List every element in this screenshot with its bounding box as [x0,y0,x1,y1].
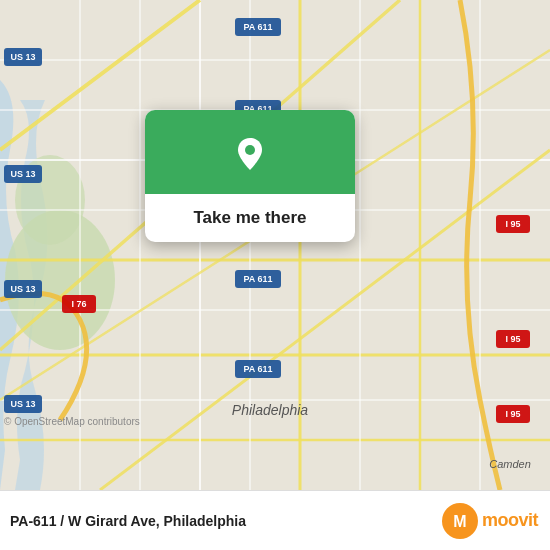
osm-credit: © OpenStreetMap contributors [4,416,140,427]
svg-text:US 13: US 13 [10,399,35,409]
svg-text:PA 611: PA 611 [243,22,272,32]
svg-text:Philadelphia: Philadelphia [232,402,308,418]
svg-text:I 95: I 95 [505,409,520,419]
bottom-bar: PA-611 / W Girard Ave, Philadelphia M mo… [0,490,550,550]
popup-top [145,110,355,194]
moovit-icon: M [442,503,478,539]
svg-text:US 13: US 13 [10,169,35,179]
svg-point-51 [245,145,255,155]
svg-text:I 95: I 95 [505,219,520,229]
moovit-text: moovit [482,510,538,531]
svg-text:US 13: US 13 [10,52,35,62]
svg-text:Camden: Camden [489,458,531,470]
svg-text:PA 611: PA 611 [243,364,272,374]
svg-text:M: M [453,513,466,530]
popup-bottom: Take me there [145,194,355,242]
popup-card: Take me there [145,110,355,242]
svg-text:I 95: I 95 [505,334,520,344]
take-me-there-button[interactable]: Take me there [193,208,306,228]
svg-text:I 76: I 76 [71,299,86,309]
svg-text:PA 611: PA 611 [243,274,272,284]
map-container: US 13 US 13 US 13 US 13 PA 611 PA 611 PA… [0,0,550,490]
moovit-logo: M moovit [442,503,538,539]
location-name: PA-611 / W Girard Ave, Philadelphia [10,513,246,529]
location-pin-icon [228,132,272,176]
location-info: PA-611 / W Girard Ave, Philadelphia [10,513,246,529]
svg-text:US 13: US 13 [10,284,35,294]
